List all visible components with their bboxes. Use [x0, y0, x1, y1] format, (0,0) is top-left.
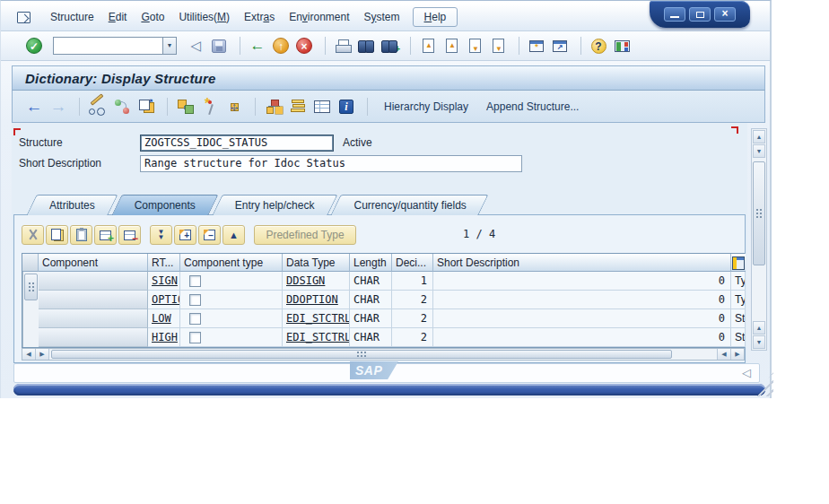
- row-selector[interactable]: [39, 309, 148, 328]
- insert-row-button[interactable]: +: [94, 225, 117, 245]
- cell-decimals: 0: [433, 291, 731, 309]
- menu-environment[interactable]: Environment: [282, 8, 356, 26]
- row-selector[interactable]: [39, 272, 148, 291]
- exit-button[interactable]: ↑: [271, 36, 291, 56]
- find-button[interactable]: [356, 36, 376, 56]
- system-menu-icon[interactable]: [17, 12, 31, 23]
- refresh-button[interactable]: [111, 96, 133, 117]
- screen-vertical-scrollbar[interactable]: ▲ ▼ ▲ ▼: [751, 128, 767, 351]
- rt-checkbox[interactable]: [189, 275, 201, 287]
- scissors-icon: [27, 229, 39, 241]
- move-down-button[interactable]: ▼▼: [150, 225, 172, 245]
- scroll-right-button[interactable]: ▶: [730, 349, 744, 360]
- display-change-button[interactable]: [87, 96, 109, 117]
- scroll-right-button[interactable]: ▶: [36, 349, 49, 360]
- menu-structure[interactable]: Structure: [43, 8, 101, 26]
- save-button[interactable]: [209, 36, 229, 56]
- find-next-button[interactable]: +: [380, 36, 399, 56]
- command-dropdown-button[interactable]: ▼: [162, 37, 177, 55]
- scrollbar-thumb[interactable]: [753, 161, 765, 265]
- last-page-button[interactable]: ▼: [488, 36, 508, 56]
- cancel-button[interactable]: ×: [294, 36, 314, 56]
- first-page-button[interactable]: ▲: [418, 36, 438, 56]
- window-bottom-bar: [13, 384, 765, 395]
- scroll-left-button[interactable]: ◀: [22, 349, 36, 360]
- cut-button[interactable]: [22, 225, 44, 245]
- collapse-toolbar-button[interactable]: ◁: [186, 36, 205, 56]
- scroll-down-button[interactable]: ▼: [753, 335, 765, 349]
- paste-rows-button[interactable]: [70, 225, 92, 245]
- close-button[interactable]: ×: [714, 7, 736, 22]
- activate-button[interactable]: *: [199, 96, 221, 117]
- status-expand-button[interactable]: ◁: [742, 366, 751, 379]
- rt-checkbox[interactable]: [189, 294, 201, 306]
- menu-system[interactable]: System: [357, 8, 407, 26]
- menu-extras[interactable]: Extras: [237, 8, 282, 26]
- enter-button[interactable]: ✓: [24, 36, 44, 56]
- menu-goto[interactable]: Goto: [134, 8, 171, 26]
- scrollbar-thumb[interactable]: [51, 350, 672, 359]
- command-field[interactable]: [53, 37, 162, 55]
- scroll-left-button[interactable]: ◀: [717, 349, 730, 360]
- row-selector[interactable]: [39, 328, 148, 347]
- tab-currency-quantity-fields[interactable]: Currency/quantity fields: [336, 195, 484, 215]
- collapse-button[interactable]: −: [198, 225, 221, 245]
- tab-entry-help-check[interactable]: Entry help/check: [217, 195, 333, 215]
- maximize-button[interactable]: [689, 7, 711, 22]
- nav-back-button[interactable]: ←: [23, 96, 45, 117]
- scrollbar-track[interactable]: [49, 349, 717, 360]
- table-scrollbar-thumb[interactable]: [24, 274, 38, 300]
- component-link[interactable]: OPTION: [152, 293, 180, 306]
- component-link[interactable]: HIGH: [152, 331, 178, 343]
- expand-button[interactable]: +: [174, 225, 196, 245]
- minimize-button[interactable]: [664, 7, 685, 22]
- move-up-button[interactable]: ▲: [223, 225, 245, 245]
- scroll-down-button[interactable]: ▼: [753, 144, 765, 158]
- delete-row-button[interactable]: −: [118, 225, 141, 245]
- new-session-button[interactable]: *: [527, 36, 546, 56]
- component-type-link[interactable]: EDI_STCTRL: [286, 312, 350, 325]
- append-structure-link[interactable]: Append Structure...: [486, 100, 579, 113]
- index-button[interactable]: [287, 96, 309, 117]
- menu-help[interactable]: Help: [413, 7, 458, 27]
- short-description-field[interactable]: Range structure for Idoc Status: [140, 155, 522, 172]
- page-title: Dictionary: Display Structure: [25, 71, 216, 86]
- row-selector[interactable]: [39, 291, 148, 309]
- component-type-link[interactable]: DDOPTION: [286, 293, 338, 306]
- next-page-button[interactable]: ▼: [465, 36, 484, 56]
- menu-utilities[interactable]: Utilities(M): [171, 8, 237, 26]
- help-button[interactable]: ?: [589, 36, 608, 56]
- component-link[interactable]: LOW: [152, 312, 171, 325]
- scroll-up-button[interactable]: ▲: [753, 130, 765, 143]
- insert-row-icon: +: [100, 230, 111, 240]
- previous-page-button[interactable]: ▲: [441, 36, 461, 56]
- hierarchy-display-link[interactable]: Hierarchy Display: [384, 100, 468, 113]
- table-vertical-scrollbar[interactable]: [22, 272, 39, 347]
- print-button[interactable]: [333, 36, 353, 56]
- customize-layout-button[interactable]: [612, 36, 632, 56]
- tab-components[interactable]: Components: [117, 195, 214, 215]
- technical-settings-button[interactable]: i: [336, 96, 357, 117]
- create-shortcut-button[interactable]: ↗: [550, 36, 570, 56]
- table-horizontal-scrollbar[interactable]: ◀ ▶ ◀ ▶: [22, 348, 745, 361]
- rt-checkbox[interactable]: [189, 332, 201, 343]
- navigate-button[interactable]: ↔↕: [223, 96, 245, 117]
- rt-checkbox[interactable]: [189, 313, 201, 325]
- component-type-link[interactable]: EDI_STCTRL: [286, 331, 350, 343]
- structure-field[interactable]: ZOGTCSS_IDOC_STATUS: [140, 135, 334, 152]
- menu-edit[interactable]: Edit: [101, 8, 135, 26]
- hierarchy-button[interactable]: [263, 96, 284, 117]
- nav-forward-button[interactable]: →: [48, 96, 69, 117]
- copy-rows-button[interactable]: [46, 225, 68, 245]
- back-button[interactable]: ←: [248, 36, 267, 56]
- where-used-icon: [178, 100, 194, 114]
- component-link[interactable]: SIGN: [152, 274, 178, 287]
- component-type-link[interactable]: DDSIGN: [286, 274, 325, 287]
- previous-page-icon: ▲: [446, 39, 458, 53]
- table-contents-button[interactable]: [311, 96, 333, 117]
- scroll-up-button[interactable]: ▲: [753, 321, 765, 335]
- where-used-button[interactable]: [175, 96, 196, 117]
- table-settings-icon[interactable]: [732, 256, 745, 270]
- tab-attributes[interactable]: Attributes: [31, 195, 113, 215]
- copy-button[interactable]: ↗: [135, 96, 157, 117]
